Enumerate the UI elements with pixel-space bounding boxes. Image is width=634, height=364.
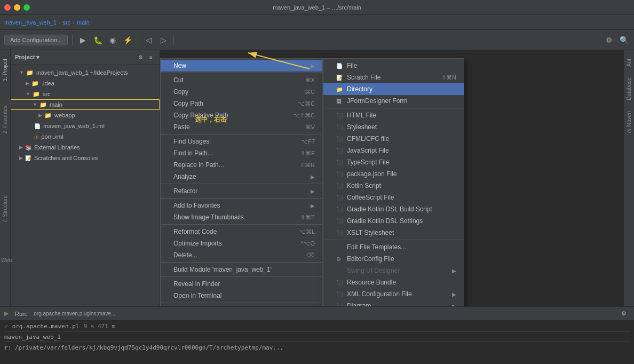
submenu-item-packagejson[interactable]: ⬛ package.json File	[323, 168, 464, 180]
menu-item-local-history[interactable]: Local History ▶	[161, 304, 322, 306]
submenu-item-kotlin-script[interactable]: ⬛ Kotlin Script	[323, 180, 464, 192]
menu-item-optimize-imports[interactable]: Optimize Imports ^⌥O	[161, 238, 322, 249]
context-menus-container: New ▶ Cut ⌘X Copy ⌘C Copy Path ⌥⌘C Copy	[160, 50, 634, 306]
run-button[interactable]: ▶	[77, 34, 89, 46]
run-panel: ▶ Run: org.apache.maven.plugins:mave... …	[0, 306, 634, 364]
menu-item-find-usages[interactable]: Find Usages ⌥F7	[161, 136, 322, 147]
run-output: ✓ org.apache.maven.pl 9 s 471 m maven_ja…	[0, 321, 634, 364]
submenu-item-html[interactable]: ⬛ HTML File	[323, 109, 464, 121]
breadcrumb-item[interactable]: maven_java_web_1	[4, 19, 57, 26]
profile-button[interactable]: ⚡	[122, 34, 133, 46]
menu-item-replace-in-path[interactable]: Replace in Path... ⇧⌘R	[161, 159, 322, 171]
menu-separator-8	[161, 303, 322, 303]
title-bar: maven_java_web_1 – …/src/main	[0, 0, 634, 15]
project-settings-icon[interactable]: ⚙	[136, 53, 145, 62]
menu-item-delete[interactable]: Delete... ⌫	[161, 249, 322, 261]
submenu-item-directory[interactable]: 📁 Directory	[323, 83, 464, 95]
search-button[interactable]: 🔍	[618, 34, 630, 46]
menu-item-new[interactable]: New ▶	[161, 60, 322, 72]
menu-item-copy-relative-path[interactable]: Copy Relative Path ⌥⇧⌘C	[161, 109, 322, 121]
sidebar-item-favorites[interactable]: 2: Favorites	[1, 101, 9, 138]
back-button[interactable]: ◁	[142, 34, 154, 46]
submenu-item-coffeescript[interactable]: ⬛ CoffeeScript File	[323, 192, 464, 203]
sidebar-item-structure[interactable]: 7: Structure	[1, 191, 9, 227]
tree-item-iml[interactable]: 📄 maven_java_web_1.iml	[11, 121, 160, 131]
menu-item-open-terminal[interactable]: Open in Terminal	[161, 290, 322, 302]
submenu-separator-2	[323, 240, 464, 240]
forward-button[interactable]: ▷	[157, 34, 169, 46]
breadcrumb-item[interactable]: src	[63, 19, 71, 26]
tree-item-root[interactable]: ▼ 📁 maven_java_web_1 ~/IdeaProjects	[11, 67, 160, 78]
submenu-item-stylesheet[interactable]: ⬛ Stylesheet	[323, 121, 464, 133]
run-settings-icon[interactable]: ⚙	[618, 308, 630, 320]
tree-item-webapp[interactable]: ▶ 📁 webapp	[11, 110, 160, 121]
right-tool-tabs: Ant Database m Maven	[623, 50, 634, 306]
sidebar-item-ant[interactable]: Ant	[625, 54, 633, 71]
settings-button[interactable]: ⚙	[603, 34, 615, 46]
maximize-button[interactable]	[23, 4, 30, 11]
menu-separator-6	[161, 262, 322, 263]
add-configuration-button[interactable]: Add Configuration...	[4, 35, 68, 45]
toolbar: Add Configuration... ▶ 🐛 ◉ ⚡ ◁ ▷ ⚙ 🔍	[0, 30, 634, 50]
run-process-name: Run:	[15, 311, 27, 317]
sidebar-item-project[interactable]: 1: Project	[1, 54, 9, 85]
content-area: 选中，右击 New ▶ Cut ⌘X	[160, 50, 634, 306]
menu-separator-5	[161, 224, 322, 225]
submenu-item-editorconfig[interactable]: ⚙ EditorConfig File	[323, 253, 464, 265]
menu-item-reformat[interactable]: Reformat Code ⌥⌘L	[161, 226, 322, 238]
submenu-item-javascript[interactable]: ⬛ JavaScript File	[323, 145, 464, 156]
submenu-item-edit-templates[interactable]: Edit File Templates...	[323, 241, 464, 253]
run-output-line1: ✓ org.apache.maven.pl 9 s 471 m	[4, 323, 630, 330]
menu-item-reveal-finder[interactable]: Reveal in Finder	[161, 278, 322, 290]
breadcrumb: maven_java_web_1 › src › main	[0, 15, 634, 30]
submenu-item-scratch[interactable]: 📝 Scratch File ⇧⌘N	[323, 72, 464, 83]
tree-item-pom[interactable]: m pom.xml	[11, 131, 160, 142]
coverage-button[interactable]: ◉	[107, 34, 118, 46]
submenu-item-xslt[interactable]: ⬛ XSLT Stylesheet	[323, 227, 464, 239]
sidebar-item-maven[interactable]: m Maven	[625, 107, 633, 137]
breadcrumb-item[interactable]: main	[77, 19, 90, 26]
submenu-item-resource-bundle[interactable]: ⬛ Resource Bundle	[323, 276, 464, 288]
debug-button[interactable]: 🐛	[92, 34, 104, 46]
tree-item-scratches[interactable]: ▶ 📝 Scratches and Consoles	[11, 153, 160, 163]
submenu-separator-1	[323, 108, 464, 108]
submenu-item-gradle-kotlin-settings[interactable]: ⬛ Gradle Kotlin DSL Settings	[323, 215, 464, 227]
submenu-item-jformdesigner[interactable]: 🖼 JFormDesigner Form	[323, 95, 464, 107]
tree-item-external-libs[interactable]: ▶ 📚 External Libraries	[11, 142, 160, 153]
menu-item-paste[interactable]: Paste ⌘V	[161, 121, 322, 133]
menu-item-analyze[interactable]: Analyze ▶	[161, 171, 322, 183]
menu-item-show-thumbnails[interactable]: Show Image Thumbnails ⇧⌘T	[161, 211, 322, 223]
menu-separator-2	[161, 134, 322, 134]
submenu-item-gradle-kotlin-build[interactable]: ⬛ Gradle Kotlin DSL Build Script	[323, 203, 464, 215]
tree-item-idea[interactable]: ▶ 📁 .idea	[11, 78, 160, 89]
sidebar-item-database[interactable]: Database	[625, 73, 633, 105]
run-label: ▶	[4, 310, 9, 317]
submenu-item-diagram[interactable]: ⬛ Diagram ▶	[323, 300, 464, 306]
submenu-item-cfml[interactable]: ⬛ CFML/CFC file	[323, 133, 464, 145]
menu-item-copy-path[interactable]: Copy Path ⌥⌘C	[161, 98, 322, 109]
submenu-item-xml-config[interactable]: ⬛ XML Configuration File ▶	[323, 288, 464, 300]
menu-item-build-module[interactable]: Build Module 'maven_java_web_1'	[161, 264, 322, 275]
run-divider-2	[4, 342, 630, 342]
run-maven-process: org.apache.maven.plugins:mave...	[34, 311, 115, 316]
project-panel: Project ▾ ⚙ ≡ ▼ 📁 maven_java_web_1 ~/Ide…	[11, 50, 160, 306]
project-label: Project ▾	[15, 54, 39, 61]
submenu-item-typescript[interactable]: ⬛ TypeScript File	[323, 156, 464, 168]
menu-item-find-in-path[interactable]: Find in Path... ⇧⌘F	[161, 147, 322, 159]
submenu-item-file[interactable]: 📄 File	[323, 60, 464, 72]
tree-item-main[interactable]: ▼ 📁 main	[11, 99, 160, 110]
submenu-item-swing-ui: Swing UI Designer ▶	[323, 265, 464, 276]
project-expand-icon[interactable]: ≡	[147, 53, 155, 62]
menu-separator-3	[161, 184, 322, 184]
minimize-button[interactable]	[14, 4, 20, 11]
sidebar-item-web[interactable]: Web	[0, 253, 13, 267]
menu-item-cut[interactable]: Cut ⌘X	[161, 74, 322, 86]
menu-item-refactor[interactable]: Refactor ▶	[161, 185, 322, 197]
menu-item-add-to-favorites[interactable]: Add to Favorites ▶	[161, 200, 322, 211]
tree-item-src[interactable]: ▼ 📁 src	[11, 89, 160, 99]
new-submenu: 📄 File 📝 Scratch File ⇧⌘N 📁 Directory 🖼	[323, 58, 464, 306]
close-button[interactable]	[4, 4, 11, 11]
menu-item-copy[interactable]: Copy ⌘C	[161, 86, 322, 98]
left-side-panel: 1: Project 2: Favorites	[0, 50, 11, 306]
traffic-lights	[4, 4, 30, 11]
